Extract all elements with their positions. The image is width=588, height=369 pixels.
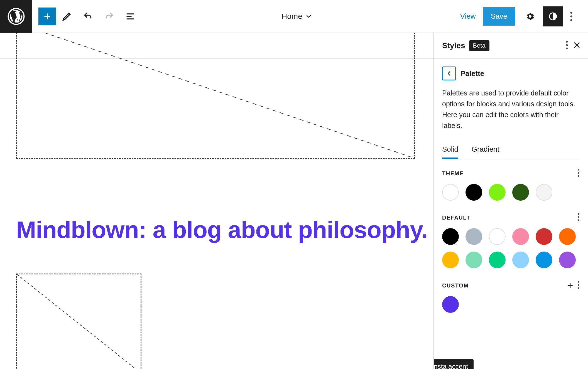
svg-point-10 [578, 169, 579, 171]
dots-vertical-icon [570, 11, 573, 21]
svg-line-5 [17, 33, 414, 158]
add-custom-color-button[interactable] [565, 281, 575, 291]
palette-tabs: Solid Gradient [442, 141, 580, 159]
chevron-down-icon [305, 13, 312, 20]
dots-vertical-icon [566, 41, 568, 50]
color-swatch[interactable] [536, 252, 552, 268]
color-swatch[interactable] [536, 228, 552, 245]
svg-point-3 [570, 15, 572, 17]
svg-point-16 [578, 281, 579, 282]
group-title-custom: CUSTOM [442, 282, 469, 289]
toolbar-left [32, 8, 141, 25]
svg-point-14 [578, 216, 579, 218]
palette-group-default: DEFAULT [442, 213, 580, 268]
color-swatch[interactable] [442, 184, 459, 201]
color-swatch[interactable] [465, 184, 482, 201]
image-placeholder-large[interactable] [16, 33, 415, 159]
palette-group-theme: THEME [442, 169, 580, 201]
placeholder-diagonal-icon [17, 33, 414, 158]
close-sidebar-button[interactable] [573, 41, 581, 50]
sidebar-nav: Palette [442, 67, 580, 80]
undo-icon [83, 11, 93, 21]
pencil-icon [62, 11, 72, 21]
view-button[interactable]: View [453, 12, 483, 21]
sidebar-more-button[interactable] [566, 41, 568, 51]
svg-point-15 [578, 219, 579, 221]
color-swatch[interactable] [442, 252, 459, 268]
dots-vertical-icon [577, 281, 580, 289]
tab-gradient[interactable]: Gradient [472, 141, 499, 159]
plus-icon [42, 11, 52, 21]
document-overview-button[interactable] [120, 8, 141, 25]
color-swatch[interactable] [489, 252, 506, 268]
color-swatch[interactable] [536, 184, 552, 201]
more-options-button[interactable] [563, 11, 580, 21]
wordpress-logo[interactable] [0, 0, 32, 33]
svg-point-8 [566, 44, 568, 46]
wordpress-icon [8, 8, 25, 25]
svg-line-6 [17, 274, 141, 369]
color-swatch[interactable] [442, 296, 459, 313]
default-group-more-button[interactable] [577, 213, 580, 223]
gear-icon [525, 12, 535, 21]
color-swatch[interactable] [489, 184, 506, 201]
color-swatch[interactable] [512, 252, 529, 268]
svg-point-11 [578, 172, 579, 174]
color-swatch[interactable] [465, 252, 482, 268]
styles-icon [548, 12, 558, 21]
beta-badge: Beta [469, 40, 489, 51]
color-swatch[interactable] [559, 228, 576, 245]
redo-icon [104, 11, 114, 21]
settings-button[interactable] [520, 6, 540, 26]
edit-tool-button[interactable] [56, 8, 77, 25]
plus-icon [566, 281, 574, 290]
add-block-button[interactable] [38, 8, 56, 25]
list-view-icon [125, 11, 135, 21]
svg-point-9 [566, 47, 568, 49]
tab-solid[interactable]: Solid [442, 141, 458, 159]
dots-vertical-icon [577, 213, 580, 221]
color-swatch[interactable] [442, 228, 459, 245]
color-swatch[interactable] [465, 228, 482, 245]
svg-point-13 [578, 213, 579, 215]
image-placeholder-small[interactable] [16, 274, 141, 369]
swatch-tooltip: Kinsta accent [434, 359, 474, 369]
svg-point-7 [566, 41, 568, 42]
svg-point-17 [578, 284, 579, 286]
color-swatch[interactable] [559, 252, 576, 268]
svg-point-4 [570, 19, 572, 21]
svg-point-18 [578, 287, 579, 289]
editor-canvas[interactable]: Mindblown: a blog about philosophy. [0, 33, 433, 369]
custom-group-more-button[interactable] [577, 281, 580, 291]
page-name: Home [281, 12, 302, 21]
styles-button[interactable] [543, 6, 563, 26]
redo-button[interactable] [99, 8, 120, 25]
group-title-theme: THEME [442, 170, 464, 177]
toolbar-right: View Save [453, 6, 588, 26]
theme-group-more-button[interactable] [577, 169, 580, 178]
color-swatch[interactable] [512, 184, 529, 201]
placeholder-diagonal-icon [17, 274, 141, 369]
page-selector[interactable]: Home [141, 12, 453, 21]
back-button[interactable] [442, 67, 456, 80]
color-swatch[interactable] [512, 228, 529, 245]
sidebar-header: Styles Beta [434, 33, 588, 59]
sidebar-title: Styles [442, 41, 465, 50]
dots-vertical-icon [577, 169, 580, 177]
palette-description: Palettes are used to provide default col… [442, 88, 580, 131]
svg-point-2 [570, 11, 572, 13]
blog-heading[interactable]: Mindblown: a blog about philosophy. [16, 216, 428, 243]
group-title-default: DEFAULT [442, 215, 470, 221]
svg-point-12 [578, 175, 579, 177]
close-icon [573, 41, 581, 49]
styles-sidebar: Styles Beta Palette Palettes are used to… [433, 33, 588, 369]
palette-group-custom: CUSTOM [442, 281, 580, 313]
editor-toolbar: Home View Save [0, 0, 588, 33]
undo-button[interactable] [77, 8, 99, 25]
save-button[interactable]: Save [483, 7, 515, 26]
chevron-left-icon [446, 70, 452, 77]
color-swatch[interactable] [489, 228, 506, 245]
sidebar-nav-label: Palette [460, 69, 484, 78]
